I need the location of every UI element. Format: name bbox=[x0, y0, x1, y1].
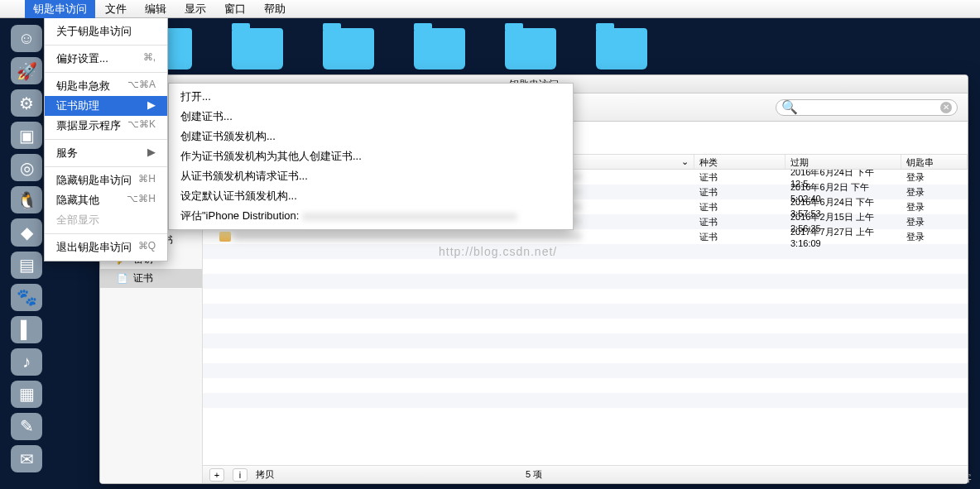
dock-app1-icon[interactable]: ◆ bbox=[11, 218, 42, 246]
cell-keychain: 登录 bbox=[901, 171, 968, 184]
menu-app[interactable]: 钥匙串访问 bbox=[25, 0, 95, 18]
dock-paw-icon[interactable]: 🐾 bbox=[11, 284, 42, 311]
desktop-folder-icon[interactable] bbox=[596, 28, 647, 70]
sidebar-item-label: 证书 bbox=[133, 271, 153, 285]
desktop-folder-icon[interactable] bbox=[414, 28, 465, 70]
cell-kind: 证书 bbox=[694, 216, 785, 228]
cell-keychain: 登录 bbox=[901, 231, 968, 243]
dock-launchpad-icon[interactable]: 🚀 bbox=[11, 57, 42, 84]
col-keychain[interactable]: 钥匙串 bbox=[901, 155, 968, 169]
submenu-create-ca[interactable]: 创建证书颁发机构... bbox=[169, 127, 573, 146]
menu-help[interactable]: 帮助 bbox=[256, 0, 294, 18]
app-menu-dropdown: 关于钥匙串访问 偏好设置...⌘, 钥匙串急救⌥⌘A 证书助理▶ 票据显示程序⌥… bbox=[44, 18, 168, 261]
dock-app4-icon[interactable]: ✎ bbox=[11, 413, 42, 440]
menu-cert-assistant[interactable]: 证书助理▶ bbox=[45, 96, 167, 116]
cell-keychain: 登录 bbox=[901, 201, 968, 213]
menu-about[interactable]: 关于钥匙串访问 bbox=[45, 22, 167, 41]
dock-app3-icon[interactable]: ▦ bbox=[11, 381, 42, 408]
submenu-evaluate[interactable]: 评估"iPhone Distribution: bbox=[169, 206, 573, 226]
desktop-folders bbox=[141, 28, 647, 70]
dock-settings-icon[interactable]: ⚙ bbox=[11, 89, 42, 117]
menu-preferences[interactable]: 偏好设置...⌘, bbox=[45, 49, 167, 69]
dock-evernote-icon[interactable]: ✉ bbox=[11, 445, 42, 472]
dock-app2-icon[interactable]: ▤ bbox=[11, 252, 42, 279]
clear-search-icon[interactable]: ✕ bbox=[940, 102, 952, 113]
cell-kind: 证书 bbox=[694, 201, 785, 213]
cert-icon: 📄 bbox=[117, 273, 128, 285]
menu-quit[interactable]: 退出钥匙串访问⌘Q bbox=[45, 237, 167, 257]
submenu-open[interactable]: 打开... bbox=[169, 87, 573, 107]
menu-window[interactable]: 窗口 bbox=[216, 0, 254, 18]
submenu-set-default-ca[interactable]: 设定默认证书颁发机构... bbox=[169, 186, 573, 206]
col-expires[interactable]: 过期 bbox=[785, 155, 901, 169]
cell-expires: 2017年7月27日 上午3:16:09 bbox=[785, 226, 901, 248]
info-button[interactable]: i bbox=[233, 468, 247, 482]
copy-button[interactable]: 拷贝 bbox=[256, 468, 274, 481]
desktop-folder-icon[interactable] bbox=[323, 28, 374, 70]
item-count: 5 项 bbox=[526, 468, 542, 481]
status-bar: + i 拷贝 5 项 bbox=[203, 465, 968, 483]
search-icon: 🔍 bbox=[781, 99, 798, 115]
search-input[interactable] bbox=[798, 102, 940, 113]
desktop-folder-icon[interactable] bbox=[232, 28, 283, 70]
submenu-create-cert[interactable]: 创建证书... bbox=[169, 107, 573, 127]
menu-hide-others[interactable]: 隐藏其他⌥⌘H bbox=[45, 190, 167, 210]
cell-keychain: 登录 bbox=[901, 216, 968, 228]
dock-qq-icon[interactable]: 🐧 bbox=[11, 186, 42, 213]
dock-terminal-icon[interactable]: ▌ bbox=[11, 316, 42, 343]
menu-edit[interactable]: 编辑 bbox=[137, 0, 175, 18]
cell-kind: 证书 bbox=[694, 171, 785, 184]
desktop-folder-icon[interactable] bbox=[505, 28, 556, 70]
watermark-text: http://blog.csdn.net/ bbox=[439, 245, 557, 258]
cell-kind: 证书 bbox=[694, 186, 785, 199]
cert-assistant-submenu: 打开... 创建证书... 创建证书颁发机构... 作为证书颁发机构为其他人创建… bbox=[168, 83, 574, 230]
col-kind[interactable]: 种类 bbox=[694, 155, 785, 169]
dock-finder-icon[interactable]: ☺ bbox=[11, 25, 42, 52]
search-field[interactable]: 🔍 ✕ bbox=[776, 99, 958, 116]
menubar: 钥匙串访问 文件 编辑 显示 窗口 帮助 bbox=[0, 0, 980, 18]
menu-view[interactable]: 显示 bbox=[176, 0, 214, 18]
menu-firstaid[interactable]: 钥匙串急救⌥⌘A bbox=[45, 76, 167, 96]
sidebar-item-certs[interactable]: 📄证书 bbox=[100, 269, 202, 288]
table-row[interactable]: 证书 2017年7月27日 上午3:16:09 登录 bbox=[203, 229, 968, 244]
menu-show-all: 全部显示 bbox=[45, 210, 167, 230]
menu-file[interactable]: 文件 bbox=[97, 0, 135, 18]
dock-music-icon[interactable]: ♪ bbox=[11, 348, 42, 376]
add-button[interactable]: + bbox=[209, 468, 224, 482]
submenu-arrow-icon: ▶ bbox=[147, 146, 156, 161]
dock: ☺ 🚀 ⚙ ▣ ◎ 🐧 ◆ ▤ 🐾 ▌ ♪ ▦ ✎ ✉ bbox=[8, 25, 45, 472]
dock-safari-icon[interactable]: ◎ bbox=[11, 154, 42, 181]
cell-keychain: 登录 bbox=[901, 186, 968, 199]
cert-icon bbox=[219, 232, 231, 242]
submenu-arrow-icon: ▶ bbox=[147, 98, 156, 113]
dock-xcode-icon[interactable]: ▣ bbox=[11, 122, 42, 149]
sort-down-icon: ⌄ bbox=[681, 156, 689, 167]
submenu-create-for-others[interactable]: 作为证书颁发机构为其他人创建证书... bbox=[169, 146, 573, 166]
menu-services[interactable]: 服务▶ bbox=[45, 143, 167, 163]
menu-ticket-viewer[interactable]: 票据显示程序⌥⌘K bbox=[45, 116, 167, 136]
menu-hide-app[interactable]: 隐藏钥匙串访问⌘H bbox=[45, 170, 167, 190]
submenu-request-from-ca[interactable]: 从证书颁发机构请求证书... bbox=[169, 166, 573, 186]
cell-kind: 证书 bbox=[694, 231, 785, 243]
